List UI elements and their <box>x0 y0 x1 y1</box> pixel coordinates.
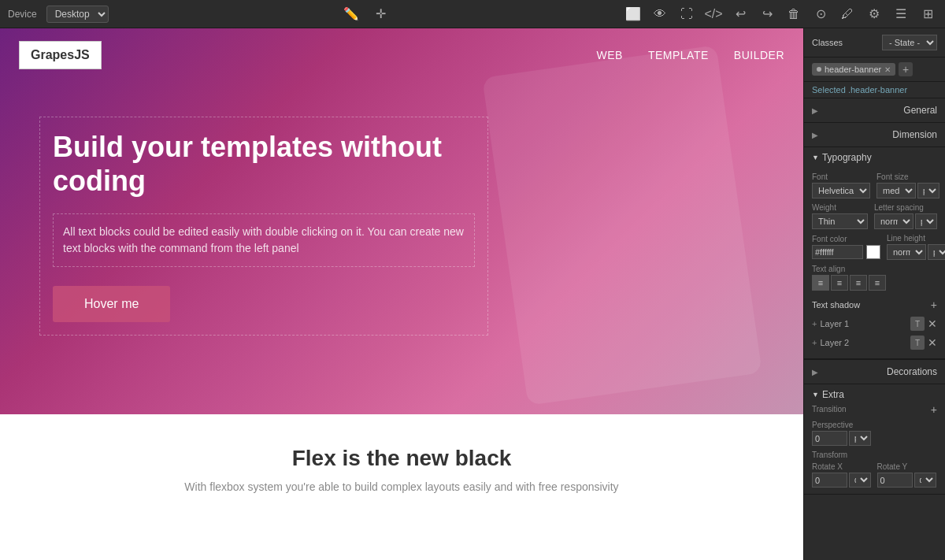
align-left-button[interactable]: ≡ <box>812 275 829 291</box>
delete-icon[interactable]: 🗑 <box>784 5 803 24</box>
letter-spacing-select[interactable]: normal <box>874 213 914 229</box>
transform-section: Transform Rotate X deg <box>812 451 937 488</box>
decorations-section-header[interactable]: ▶ Decorations <box>804 360 945 384</box>
color-swatch[interactable] <box>866 245 880 259</box>
rotate-x-unit[interactable]: deg <box>849 473 871 488</box>
extra-label: Extra <box>822 389 844 400</box>
transition-row: Transition + <box>812 403 937 416</box>
hero-banner[interactable]: GrapesJS WEB TEMPLATE BUILDER Build your… <box>0 28 803 414</box>
align-row: ≡ ≡ ≡ ≡ <box>812 275 937 291</box>
weight-select[interactable]: Thin <box>812 213 868 229</box>
decorations-section: ▶ Decorations <box>804 360 945 384</box>
general-section-header[interactable]: ▶ General <box>804 98 945 122</box>
crop-icon[interactable]: ⬜ <box>624 5 643 24</box>
perspective-input[interactable] <box>812 431 847 446</box>
layer1-plus[interactable]: + <box>812 319 817 328</box>
rotate-x-input[interactable] <box>812 473 847 488</box>
redo-icon[interactable]: ↪ <box>758 5 776 24</box>
text-align-section: Text align ≡ ≡ ≡ ≡ <box>812 265 937 291</box>
class-tag-remove[interactable]: ✕ <box>884 65 891 74</box>
perspective-label: Perspective <box>812 421 871 429</box>
color-row-inner <box>812 245 880 259</box>
eye-icon[interactable]: 👁 <box>650 5 669 24</box>
state-dropdown[interactable]: - State - <box>882 35 937 50</box>
canvas-area: GrapesJS WEB TEMPLATE BUILDER Build your… <box>0 28 803 560</box>
extra-section-header[interactable]: ▼ Extra <box>804 384 945 403</box>
extra-section: ▼ Extra Transition + Perspective <box>804 384 945 495</box>
font-color-label: Font color <box>812 235 880 243</box>
layer2-label: Layer 2 <box>820 338 907 347</box>
general-label: General <box>903 105 937 116</box>
undo-icon[interactable]: ↩ <box>731 5 750 24</box>
shadow-layer-2: + Layer 2 T ✕ <box>812 333 937 352</box>
pencil-icon[interactable]: 🖊 <box>838 5 857 24</box>
font-size-unit[interactable]: px <box>917 183 939 198</box>
weight-row: Weight Thin Letter spacing normal px <box>812 203 937 229</box>
hero-title: Build your templates without coding <box>53 130 475 198</box>
weight-label: Weight <box>812 203 868 212</box>
font-size-select[interactable]: medium <box>876 183 916 198</box>
add-class-button[interactable]: + <box>899 62 913 76</box>
font-color-col: Font color <box>812 235 880 259</box>
dimension-arrow: ▶ <box>812 131 818 139</box>
line-height-unit[interactable]: px <box>928 244 945 260</box>
rotate-y-unit[interactable]: deg <box>914 473 936 488</box>
align-center-button[interactable]: ≡ <box>831 275 848 291</box>
hero-tablet-decoration <box>482 45 762 406</box>
dimension-section-header[interactable]: ▶ Dimension <box>804 123 945 146</box>
font-col: Font Helvetica <box>812 172 870 198</box>
align-justify-button[interactable]: ≡ <box>869 275 886 291</box>
decorations-arrow: ▶ <box>812 368 818 376</box>
perspective-unit[interactable]: px <box>849 431 871 446</box>
typography-arrow: ▼ <box>812 154 819 161</box>
typography-section-header[interactable]: ▼ Typography <box>804 147 945 166</box>
general-section: ▶ General <box>804 98 945 123</box>
layer1-edit-button[interactable]: T <box>910 317 925 331</box>
classes-label: Classes <box>812 38 843 47</box>
line-height-select[interactable]: normal <box>887 244 926 260</box>
layer1-remove-button[interactable]: ✕ <box>928 317 937 330</box>
font-color-input[interactable] <box>812 245 863 259</box>
typography-section: ▼ Typography Font Helvetica Font size <box>804 147 945 360</box>
layer2-plus[interactable]: + <box>812 338 817 347</box>
device-select[interactable]: Desktop Tablet Mobile <box>46 6 109 23</box>
hero-desc-box: All text blocks could be edited easily w… <box>53 213 475 267</box>
layer2-edit-button[interactable]: T <box>910 336 925 350</box>
color-row: Font color Line height normal <box>812 234 937 260</box>
add-shadow-button[interactable]: + <box>931 299 937 311</box>
edit-icon[interactable]: ✏️ <box>342 5 361 24</box>
right-panel: Classes - State - header-banner ✕ + Sele… <box>803 28 945 560</box>
hover-button[interactable]: Hover me <box>53 286 170 322</box>
layer2-remove-button[interactable]: ✕ <box>928 336 937 349</box>
letter-spacing-unit[interactable]: px <box>915 213 937 229</box>
nav-template[interactable]: TEMPLATE <box>648 49 709 61</box>
top-toolbar: Device Desktop Tablet Mobile ✏️ ✛ ⬜ 👁 ⛶ … <box>0 0 945 28</box>
device-label: Device <box>8 9 37 20</box>
extra-content: Transition + Perspective px <box>804 403 945 494</box>
letter-spacing-label: Letter spacing <box>874 203 937 212</box>
general-arrow: ▶ <box>812 106 818 115</box>
menu-icon[interactable]: ☰ <box>891 5 910 24</box>
below-hero: Flex is the new black With flexbox syste… <box>0 414 803 525</box>
font-select[interactable]: Helvetica <box>812 183 870 198</box>
font-row: Font Helvetica Font size medium px <box>812 172 937 198</box>
typography-content: Font Helvetica Font size medium px <box>804 166 945 359</box>
font-label: Font <box>812 172 870 181</box>
align-right-button[interactable]: ≡ <box>850 275 867 291</box>
toolbar-left: Device Desktop Tablet Mobile <box>8 6 109 23</box>
move-icon[interactable]: ✛ <box>372 5 391 24</box>
text-shadow-label: Text shadow <box>812 300 860 310</box>
fullscreen-icon[interactable]: ⛶ <box>677 5 696 24</box>
settings-icon[interactable]: ⚙ <box>865 5 884 24</box>
github-icon[interactable]: ⊙ <box>811 5 830 24</box>
add-transition-button[interactable]: + <box>931 403 937 416</box>
nav-builder[interactable]: BUILDER <box>734 49 784 61</box>
layer1-label: Layer 1 <box>820 319 907 328</box>
dimension-label: Dimension <box>892 129 937 140</box>
class-tag-label: header-banner <box>825 65 881 74</box>
grid-icon[interactable]: ⊞ <box>918 5 937 24</box>
nav-web[interactable]: WEB <box>597 49 623 61</box>
class-tag-dot <box>817 67 821 72</box>
code-icon[interactable]: </> <box>704 5 723 24</box>
rotate-y-input[interactable] <box>877 473 913 488</box>
